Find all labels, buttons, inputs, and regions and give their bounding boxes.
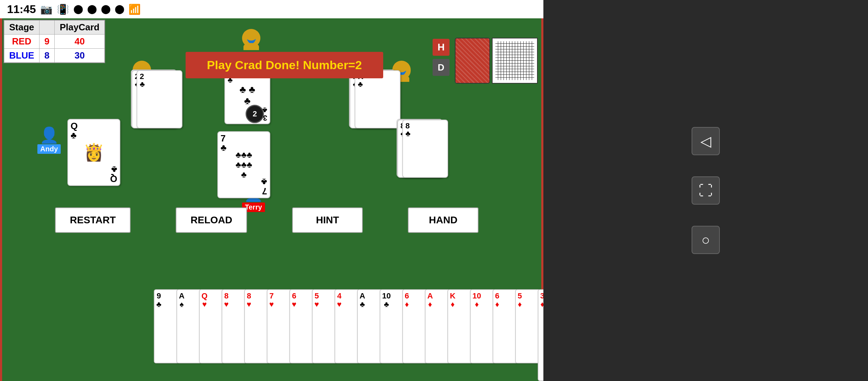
qr-code: [492, 38, 538, 84]
card-8-b: 8♣: [402, 120, 448, 178]
row-red-stage: 9: [39, 35, 54, 49]
fullscreen-icon: ⛶: [699, 183, 713, 199]
player-top: 👤: [242, 29, 260, 47]
back-icon: ◁: [700, 133, 711, 149]
fullscreen-button[interactable]: ⛶: [692, 176, 720, 205]
game-area: Stage PlayCard RED 9 40 BLUE 8 30 Play C…: [0, 18, 543, 381]
side-panel: ◁ ⛶ ○: [543, 0, 868, 381]
card-right[interactable]: 8♣ ♣♣ ♣♣ ♣♣ ♣♣ 8♣ 8♣: [397, 119, 442, 177]
hand-card-14[interactable]: 10♦: [470, 289, 495, 363]
hand-card-0[interactable]: 9♣: [154, 289, 179, 363]
hand-card-15[interactable]: 6♦: [493, 289, 518, 363]
avatar-left: 👤: [40, 126, 59, 144]
score-table: Stage PlayCard RED 9 40 BLUE 8 30: [4, 20, 105, 63]
row-blue-team: BLUE: [4, 49, 39, 63]
status-bar: 11:45 📷 📳 ⬤ ⬤ ⬤ ⬤ 📶: [0, 0, 543, 18]
num-badge: 2: [246, 105, 264, 123]
hand-card-8[interactable]: 4♥: [334, 289, 360, 363]
time-display: 11:45: [7, 3, 36, 16]
row-red-team: RED: [4, 35, 39, 49]
card-2b: 2♣: [137, 70, 182, 128]
game-banner: Play Crad Done! Number=2: [186, 52, 383, 78]
col-empty: [39, 20, 54, 35]
card-center-rank-bot: 7♣: [261, 177, 267, 196]
hand-card-12[interactable]: A♦: [425, 289, 450, 363]
voicemail-icon: 📳: [57, 4, 69, 15]
chrome-icon3: ⬤: [101, 4, 110, 14]
hand-card-10[interactable]: 10♣: [380, 289, 405, 363]
chrome-icon1: ⬤: [73, 4, 83, 14]
d-button[interactable]: D: [433, 59, 450, 76]
card-deck[interactable]: [455, 38, 490, 84]
home-icon: ○: [701, 232, 710, 248]
hand-card-9[interactable]: A♣: [357, 289, 382, 363]
hand-card-7[interactable]: 5♥: [312, 289, 337, 363]
card-center[interactable]: 7♣ ♣♣♣ ♣♣♣ ♣ 7♣: [217, 131, 270, 198]
hand-card-1[interactable]: A♠: [176, 289, 202, 363]
hand-card-3[interactable]: 8♥: [222, 289, 247, 363]
card-left-center: 👸: [83, 143, 104, 162]
hand-area: 9♣ A♠ Q♥ 8♥ 8♥ 7♥ 6♥ 5♥ 4♥: [154, 286, 563, 381]
bottom-buttons: RESTART RELOAD HINT HAND: [55, 207, 478, 233]
card-left[interactable]: Q♣ 👸 Q♣: [67, 119, 120, 186]
card-left-rank-bot: Q♣: [110, 165, 117, 183]
hand-button[interactable]: HAND: [408, 207, 478, 233]
screenshot-icon: 📷: [40, 4, 53, 15]
qr-pattern: [495, 41, 534, 80]
col-playcard: PlayCard: [55, 20, 105, 35]
row-blue-stage: 8: [39, 49, 54, 63]
avatar-top: 👤: [242, 29, 260, 47]
row-red-playcard: 40: [55, 35, 105, 49]
card-center-pips2: ♣♣♣ ♣♣♣ ♣: [235, 150, 252, 180]
back-button[interactable]: ◁: [692, 127, 720, 155]
card-king-b: K♣: [355, 70, 400, 128]
card-left-rank: Q♣: [71, 121, 78, 140]
reload-button[interactable]: RELOAD: [176, 207, 247, 233]
chrome-icon2: ⬤: [87, 4, 97, 14]
player-left-label: Andy: [37, 144, 61, 154]
card-top-left[interactable]: 2♣ ♣ ♣ ♣ 2♣ 2♣: [131, 69, 177, 128]
hand-card-2[interactable]: Q♥: [199, 289, 224, 363]
home-button[interactable]: ○: [692, 226, 720, 254]
player-left: 👤 Andy: [37, 126, 61, 154]
signal-icon: 📶: [128, 4, 141, 15]
restart-button[interactable]: RESTART: [55, 207, 131, 233]
card-top-center-pips: ♣ ♣ ♣: [240, 84, 255, 107]
chrome-icon4: ⬤: [115, 4, 124, 14]
hand-card-4[interactable]: 8♥: [244, 289, 270, 363]
row-blue-playcard: 30: [55, 49, 105, 63]
hand-card-16[interactable]: 5♦: [515, 289, 541, 363]
col-stage: Stage: [4, 20, 39, 35]
hand-card-11[interactable]: 6♦: [402, 289, 428, 363]
hand-card-13[interactable]: K♦: [447, 289, 473, 363]
h-button[interactable]: H: [433, 39, 450, 56]
hand-card-5[interactable]: 7♥: [267, 289, 292, 363]
hint-button[interactable]: HINT: [292, 207, 363, 233]
card-center-rank: 7♣: [221, 134, 227, 152]
hand-card-6[interactable]: 6♥: [289, 289, 315, 363]
